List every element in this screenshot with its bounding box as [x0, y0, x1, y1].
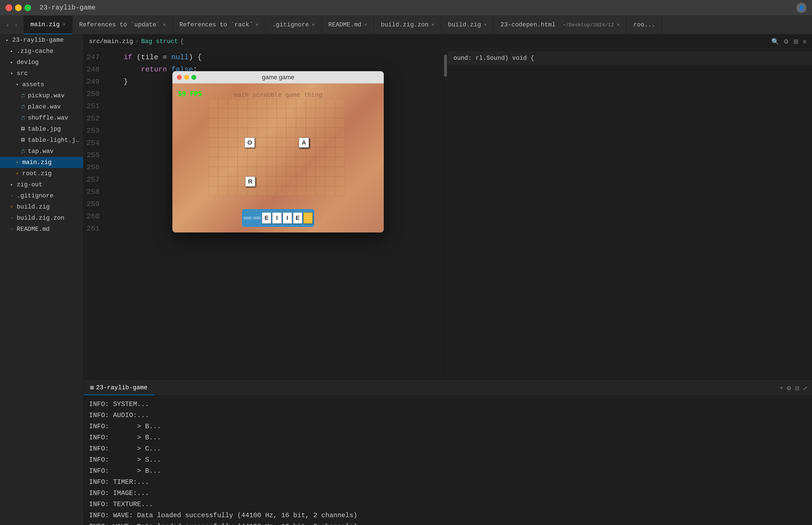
- rack-tile-I2[interactable]: I: [283, 212, 292, 224]
- tile-rack[interactable]: E I I E: [242, 209, 314, 227]
- game-subtitle: math scrabble game thing: [234, 91, 322, 98]
- terminal-line: INFO: WAVE: Data loaded successfully (44…: [89, 510, 807, 521]
- tab-codepen-close[interactable]: ×: [617, 22, 620, 28]
- tab-references-update-close[interactable]: ×: [163, 22, 166, 28]
- tab-readme-close[interactable]: ×: [364, 22, 367, 28]
- scroll-thumb[interactable]: [444, 55, 447, 77]
- terminal-line: INFO: > B...: [89, 465, 807, 477]
- tab-back-button[interactable]: ‹: [4, 20, 11, 29]
- sidebar-item-src[interactable]: ▾ src: [0, 68, 83, 79]
- sidebar-item-pickup[interactable]: 🎵 pickup.wav: [0, 90, 83, 101]
- sidebar-item-build-zig[interactable]: ⚡ build.zig: [0, 201, 83, 212]
- zig-file-icon: ⚡: [9, 204, 14, 210]
- grid-cell: [238, 99, 247, 108]
- panel-settings-button[interactable]: ⚙: [786, 385, 792, 391]
- tab-main-zig[interactable]: main.zig ×: [24, 16, 72, 34]
- game-maximize-button[interactable]: [191, 75, 196, 80]
- sidebar-zig-out-label: zig-out: [17, 181, 80, 188]
- scroll-track[interactable]: [443, 49, 448, 380]
- grid-cell: [296, 157, 306, 167]
- grid-cell: [238, 186, 247, 196]
- sidebar-item-root[interactable]: ▸ 23-raylib-game: [0, 34, 83, 46]
- game-close-button[interactable]: [177, 75, 182, 80]
- tab-references-update[interactable]: References to `update` ×: [73, 16, 173, 34]
- close-window-button[interactable]: [5, 4, 12, 11]
- panel-layout-button[interactable]: ⊟: [795, 385, 799, 391]
- terminal-content[interactable]: INFO: SYSTEM... INFO: AUDIO:... INFO: > …: [84, 395, 812, 525]
- grid-cell: [257, 147, 267, 157]
- sidebar-item-root-zig[interactable]: ⚡ root.zig: [0, 168, 83, 179]
- panel-maximize-button[interactable]: ⤢: [803, 385, 808, 391]
- sidebar-item-readme[interactable]: · README.md: [0, 224, 83, 235]
- audio-file-icon: 🎵: [20, 116, 26, 120]
- grid-cell: [277, 99, 286, 108]
- tab-gitignore[interactable]: .gitignore ×: [266, 16, 322, 34]
- split-editor-button[interactable]: ⊞: [793, 38, 798, 45]
- terminal-line: INFO: > B...: [89, 421, 807, 432]
- tab-codepen[interactable]: 23-codepen.html ~/Desktop/2024/12 ×: [494, 16, 627, 34]
- tab-forward-button[interactable]: ›: [13, 20, 19, 29]
- tab-more[interactable]: roo...: [627, 16, 662, 34]
- sidebar-item-tap[interactable]: 🎵 tap.wav: [0, 146, 83, 157]
- tab-build-zig-close[interactable]: ×: [484, 22, 487, 28]
- grid-cell: [218, 186, 228, 196]
- minimize-window-button[interactable]: [15, 4, 22, 11]
- grid-cell: [277, 138, 286, 147]
- game-window[interactable]: game game 59 FPS math scrabble game thin…: [172, 71, 384, 232]
- grid-cell: [209, 118, 218, 127]
- sidebar-item-devlog[interactable]: ▸ devlog: [0, 57, 83, 68]
- sidebar-item-zig-out[interactable]: ▸ zig-out: [0, 179, 83, 190]
- avatar[interactable]: 👤: [796, 3, 807, 13]
- terminal-line: INFO: IMAGE:...: [89, 488, 807, 499]
- sidebar-item-zig-cache[interactable]: ▸ .zig-cache: [0, 46, 83, 57]
- maximize-window-button[interactable]: [25, 4, 31, 11]
- more-actions-button[interactable]: ≡: [803, 38, 807, 45]
- tab-gitignore-close[interactable]: ×: [312, 22, 315, 28]
- tab-build-zon-close[interactable]: ×: [431, 22, 434, 28]
- file-icon: ·: [9, 215, 14, 221]
- tab-references-rack[interactable]: References to `rack` ×: [173, 16, 266, 34]
- sidebar-item-table-light[interactable]: 🖼 table-light.jpg: [0, 135, 83, 146]
- sidebar-item-assets[interactable]: ▾ assets: [0, 79, 83, 90]
- title-bar: 23-raylib-game 👤: [0, 0, 812, 16]
- settings-button[interactable]: ⚙: [783, 38, 789, 45]
- code-line-247: if (tile = null) {: [103, 51, 443, 63]
- search-button[interactable]: 🔍: [771, 38, 779, 45]
- tab-build-zon[interactable]: build.zig.zon ×: [374, 16, 441, 34]
- sidebar-build-zon-label: build.zig.zon: [17, 215, 80, 222]
- rack-spacer: [244, 216, 252, 220]
- rack-tile-I1[interactable]: I: [272, 212, 282, 224]
- tile-O: O: [245, 138, 255, 148]
- sidebar-item-table-jpg[interactable]: 🖼 table.jpg: [0, 123, 83, 135]
- breadcrumb-struct: Bag struct: [141, 38, 178, 45]
- rack-tile-E[interactable]: E: [262, 212, 271, 224]
- grid-cell: [296, 118, 306, 127]
- sidebar-pickup-label: pickup.wav: [28, 92, 80, 99]
- grid-cell: [325, 128, 335, 137]
- tab-readme[interactable]: README.md ×: [322, 16, 374, 34]
- breadcrumb-brace: {: [180, 38, 184, 45]
- folder-open-icon: ▾: [14, 82, 20, 87]
- grid-cell: [257, 138, 267, 147]
- folder-closed-icon: ▸: [9, 182, 14, 188]
- sidebar-item-shuffle[interactable]: 🎵 shuffle.wav: [0, 112, 83, 123]
- sidebar-gitignore-label: .gitignore: [17, 192, 80, 199]
- tab-build-zig-label: build.zig: [448, 21, 481, 28]
- sidebar-item-place[interactable]: 🎵 place.wav: [0, 101, 83, 112]
- grid-cell: [267, 108, 276, 118]
- tab-main-zig-close[interactable]: ×: [63, 22, 66, 28]
- tab-references-rack-close[interactable]: ×: [256, 22, 259, 28]
- sidebar-item-main-zig[interactable]: ⚡ main.zig: [0, 157, 83, 168]
- grid-cell: [228, 108, 238, 118]
- rack-tile-gold[interactable]: [303, 212, 313, 224]
- rack-tile-E2[interactable]: E: [293, 212, 302, 224]
- tab-build-zig[interactable]: build.zig ×: [441, 16, 494, 34]
- sidebar-item-build-zon[interactable]: · build.zig.zon: [0, 212, 83, 224]
- sidebar-item-gitignore[interactable]: · .gitignore: [0, 190, 83, 201]
- new-terminal-button[interactable]: +: [780, 385, 783, 391]
- grid-cell: [238, 157, 247, 167]
- grid-cell: [335, 128, 345, 137]
- panel-tab-terminal[interactable]: ⊞ 23-raylib-game: [84, 381, 154, 395]
- tab-main-zig-label: main.zig: [30, 21, 60, 28]
- game-minimize-button[interactable]: [184, 75, 189, 80]
